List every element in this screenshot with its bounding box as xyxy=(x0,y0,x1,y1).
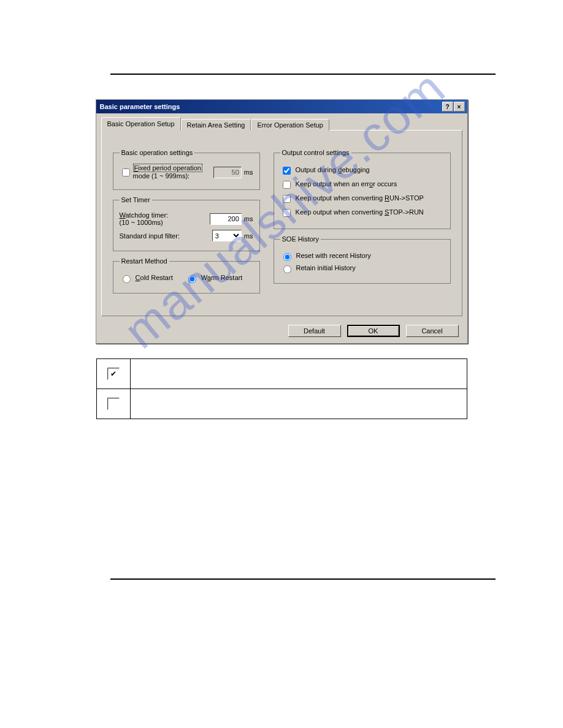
stdfilter-label: Standard input filter: xyxy=(120,232,212,240)
output-debug-checkbox[interactable] xyxy=(283,167,291,175)
watchdog-input[interactable] xyxy=(210,213,242,225)
group-set-timer: Set Timer Watchdog timer:(10 ~ 1000ms) m… xyxy=(113,196,260,251)
basic-parameter-settings-dialog: Basic parameter settings ? × Basic Opera… xyxy=(96,99,468,344)
soe-retain-label: Retain initial History xyxy=(296,264,356,271)
cold-restart-radio[interactable] xyxy=(123,275,131,283)
watchdog-label: Watchdog timer:(10 ~ 1000ms) xyxy=(120,211,210,226)
warm-restart-radio[interactable] xyxy=(188,275,196,283)
chk-keep-output-run-stop[interactable]: Keep output when converting RUN->STOP xyxy=(280,193,444,205)
unchecked-checkbox-icon xyxy=(107,398,120,410)
group-legend: SOE History xyxy=(280,235,321,243)
default-button[interactable]: Default xyxy=(288,325,341,337)
table-cell xyxy=(130,389,467,419)
group-basic-operation-settings: Basic operation settings Fixed period op… xyxy=(113,149,260,190)
unit-ms: ms xyxy=(244,232,253,240)
table-row: ✔ xyxy=(96,359,467,389)
fixed-period-label: Fixed period operationmode (1 ~ 999ms): xyxy=(133,164,213,180)
soe-reset-radio[interactable] xyxy=(283,253,291,261)
checked-checkbox-icon: ✔ xyxy=(107,368,120,380)
chk-keep-output-error[interactable]: Keep output when an error occurs xyxy=(280,179,444,191)
radio-warm-restart[interactable]: Warm Restart xyxy=(185,273,243,283)
tab-basic-operation-setup[interactable]: Basic Operation Setup xyxy=(101,117,181,131)
group-legend: Output control settings xyxy=(280,149,351,156)
tab-retain-area-setting[interactable]: Retain Area Setting xyxy=(181,119,251,131)
table-cell xyxy=(130,359,467,389)
group-output-control-settings: Output control settings Output during de… xyxy=(274,149,451,229)
keep-output-stop-run-checkbox[interactable] xyxy=(283,209,291,217)
dialog-titlebar: Basic parameter settings ? × xyxy=(96,100,467,113)
radio-cold-restart[interactable]: Cold Restart xyxy=(120,273,173,283)
unit-ms: ms xyxy=(244,215,253,222)
unit-ms: ms xyxy=(244,169,253,176)
help-icon[interactable]: ? xyxy=(442,102,453,112)
cancel-button[interactable]: Cancel xyxy=(406,325,459,337)
close-icon[interactable]: × xyxy=(454,102,465,112)
fixed-period-input[interactable] xyxy=(213,167,242,178)
group-restart-method: Restart Method Cold Restart Warm Restart xyxy=(113,257,260,294)
keep-output-error-checkbox[interactable] xyxy=(283,181,291,189)
tab-error-operation-setup[interactable]: Error Operation Setup xyxy=(251,119,329,131)
stdfilter-select[interactable]: 3 xyxy=(212,230,242,241)
group-soe-history: SOE History Reset with recent History Re… xyxy=(274,235,451,284)
group-legend: Set Timer xyxy=(120,196,152,203)
keep-output-run-stop-checkbox[interactable] xyxy=(283,195,291,203)
fixed-period-checkbox[interactable] xyxy=(122,169,130,176)
group-legend: Restart Method xyxy=(120,257,169,265)
radio-soe-retain[interactable]: Retain initial History xyxy=(280,264,444,273)
dialog-title: Basic parameter settings xyxy=(100,103,180,110)
soe-retain-radio[interactable] xyxy=(283,265,291,273)
chk-output-debug[interactable]: Output during debugging xyxy=(280,165,444,176)
legend-table: ✔ xyxy=(96,358,467,419)
group-legend: Basic operation settings xyxy=(120,149,195,156)
soe-reset-label: Reset with recent History xyxy=(296,252,371,259)
ok-button[interactable]: OK xyxy=(347,325,400,337)
radio-soe-reset[interactable]: Reset with recent History xyxy=(280,251,444,261)
table-row xyxy=(96,389,467,419)
chk-keep-output-stop-run[interactable]: Keep output when converting STOP->RUN xyxy=(280,207,444,219)
tab-panel-basic-operation: Basic operation settings Fixed period op… xyxy=(101,130,462,316)
